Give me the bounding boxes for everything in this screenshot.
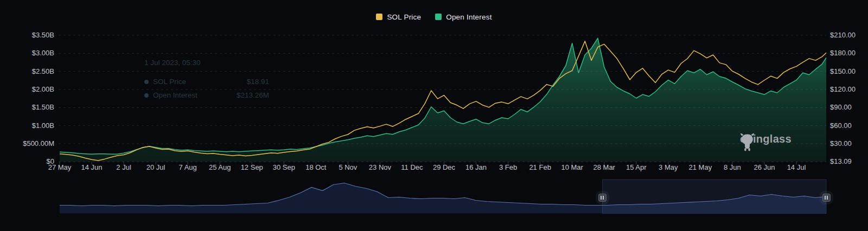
left-axis-label: $3.00B — [15, 49, 54, 57]
right-axis-label: $30.00 — [830, 139, 852, 148]
open-interest-area — [60, 38, 826, 162]
x-axis-label: 8 Jun — [715, 163, 750, 171]
navigator-handle-right[interactable] — [822, 194, 831, 202]
left-axis-label: $2.50B — [15, 67, 54, 76]
x-axis-label: 30 Sep — [266, 163, 301, 171]
right-axis-label: $90.00 — [830, 103, 852, 112]
x-axis-label: 16 Jan — [459, 163, 494, 171]
navigator-selection[interactable] — [602, 179, 826, 214]
chart-legend: SOL Price Open Interest — [0, 12, 868, 22]
left-axis-label: $2.00B — [15, 85, 54, 94]
x-axis-label: 27 May — [42, 163, 77, 171]
x-axis-label: 21 May — [683, 163, 718, 171]
left-axis-label: $1.00B — [15, 121, 54, 130]
right-axis-label: $210.00 — [830, 31, 856, 40]
legend-item-sol-price[interactable]: SOL Price — [376, 13, 421, 21]
right-axis-min-label: $13.09 — [830, 157, 852, 166]
right-axis-label: $120.00 — [830, 85, 856, 94]
x-axis-label: 15 Apr — [619, 163, 654, 171]
sol-price-swatch-icon — [376, 14, 382, 20]
x-axis-label: 7 Aug — [170, 163, 205, 171]
open-interest-swatch-icon — [435, 14, 442, 20]
right-axis-label: $180.00 — [830, 49, 856, 57]
x-axis-label: 25 Aug — [202, 163, 237, 171]
x-axis-label: 14 Jul — [779, 163, 814, 171]
left-axis-label: $1.50B — [15, 103, 54, 112]
x-axis-label: 3 Feb — [491, 163, 526, 171]
navigator-handle-left[interactable] — [598, 194, 607, 202]
legend-label: Open Interest — [446, 13, 492, 21]
legend-item-open-interest[interactable]: Open Interest — [435, 13, 492, 21]
chart-canvas[interactable] — [0, 0, 868, 231]
x-axis-label: 29 Dec — [427, 163, 462, 171]
left-axis-label: $3.50B — [15, 31, 54, 40]
x-axis-label: 3 May — [651, 163, 686, 171]
left-axis-label: $500.00M — [15, 139, 54, 148]
right-axis-label: $150.00 — [830, 67, 856, 76]
x-axis-label: 11 Dec — [394, 163, 429, 171]
legend-label: SOL Price — [387, 13, 421, 21]
x-axis-label: 14 Jun — [74, 163, 109, 171]
x-axis-label: 10 Mar — [555, 163, 590, 171]
x-axis-label: 23 Nov — [362, 163, 397, 171]
right-axis-label: $60.00 — [830, 121, 852, 130]
x-axis-label: 28 Mar — [587, 163, 622, 171]
x-axis-label: 20 Jul — [138, 163, 173, 171]
x-axis-label: 26 Jun — [747, 163, 782, 171]
x-axis-label: 18 Oct — [298, 163, 333, 171]
x-axis-label: 2 Jul — [106, 163, 141, 171]
x-axis-label: 12 Sep — [234, 163, 269, 171]
chart-panel: SOL Price Open Interest $3.50B$3.00B$2.5… — [0, 0, 868, 231]
x-axis-label: 5 Nov — [330, 163, 365, 171]
x-axis-label: 21 Feb — [523, 163, 558, 171]
